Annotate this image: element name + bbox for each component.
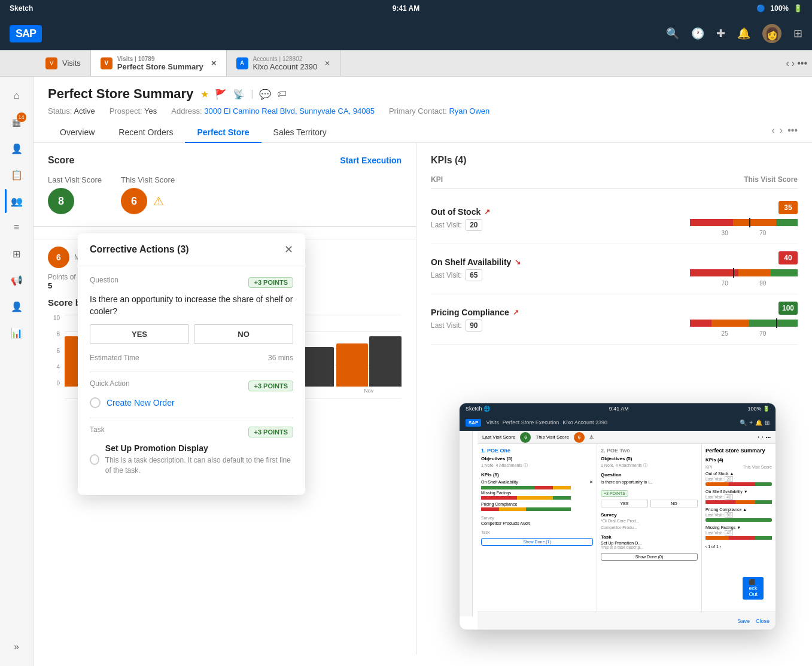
sidebar-item-person-add[interactable]: 👤 — [5, 294, 29, 318]
yes-button[interactable]: YES — [90, 324, 189, 344]
search-icon[interactable]: 🔍 — [666, 27, 679, 40]
check-out-button[interactable]: ⬛ eck Out — [743, 577, 764, 600]
tab-perfect-store[interactable]: V Visits | 10789 Perfect Store Summary ✕ — [91, 50, 227, 76]
tab-account-close[interactable]: ✕ — [324, 59, 330, 68]
create-order-link[interactable]: Create New Order — [107, 398, 175, 407]
overlay-competitor2: Competitor Produ... — [601, 525, 698, 530]
tab-more[interactable]: ••• — [797, 58, 807, 69]
tab-sales-territory[interactable]: Sales Territory — [261, 123, 339, 143]
tab-recent-orders[interactable]: Recent Orders — [107, 123, 185, 143]
overlay-show-done2[interactable]: Show Done (0) — [601, 553, 698, 561]
overlay-task: Task — [481, 530, 593, 534]
tab-visits[interactable]: V Visits — [36, 50, 91, 76]
tab-account[interactable]: A Accounts | 128802 Kixo Account 2390 ✕ — [227, 50, 341, 76]
sidebar-item-megaphone[interactable]: 📢 — [5, 268, 29, 292]
overlay-kpis-title: KPIs (5) — [481, 472, 593, 478]
sidebar-item-contacts[interactable]: 👥 — [5, 189, 29, 213]
chart-y-axis: 10 8 6 4 0 — [48, 315, 62, 387]
no-button[interactable]: NO — [194, 324, 293, 344]
quick-action-radio[interactable] — [90, 397, 101, 408]
modal-close-button[interactable]: ✕ — [284, 243, 293, 256]
overlay-store-summary-title: Perfect Store Summary — [705, 448, 772, 454]
overlay-obj-detail: 1 Note, 4 Attachments ⓘ — [481, 463, 593, 469]
overlay-header: SAP Visits Perfect Store Execution Kixo … — [460, 414, 775, 431]
bar-orange-oos — [733, 219, 776, 226]
warning-icon: ⚠ — [153, 194, 164, 208]
overlay-promo-task: Set Up Promotion D... — [601, 541, 698, 545]
tab-overview[interactable]: Overview — [48, 123, 107, 143]
overlay-show-done[interactable]: Show Done (1) — [481, 538, 593, 546]
chart-bar-dark-5 — [369, 336, 402, 387]
tab-account-icon: A — [236, 57, 248, 69]
status-label: Status: — [48, 107, 74, 115]
address-value[interactable]: 3000 El Camino Real Blvd, Sunnyvale CA, … — [204, 107, 375, 115]
kpi-row-osa: On Shelf Availability ↘ Last Visit: 65 4… — [431, 244, 798, 294]
overlay-status-bar: Sketch 🌐 9:41 AM 100% 🔋 — [460, 403, 775, 414]
sidebar-item-calendar[interactable]: ▦ 14 — [5, 110, 29, 134]
avatar[interactable]: 👩 — [762, 24, 781, 43]
kpi-name-osa: On Shelf Availability ↘ — [431, 257, 678, 267]
sidebar-item-hierarchy[interactable]: ⊞ — [5, 242, 29, 266]
overlay-kpi-mf: Missing Facings — [481, 491, 593, 495]
page-title-actions: ★ 🚩 📡 | 💬 🏷 — [200, 89, 287, 100]
overlay-pagination: ‹ 1 of 1 › — [705, 545, 721, 549]
last-visit-circle: 8 — [48, 188, 74, 214]
overlay-save-btn[interactable]: Save — [737, 618, 750, 624]
flag-icon[interactable]: 🚩 — [215, 89, 227, 100]
overlay-task2: Task — [601, 534, 698, 540]
sidebar-item-clipboard[interactable]: 📋 — [5, 163, 29, 187]
sidebar: ⌂ ▦ 14 👤 📋 👥 ≡ ⊞ 📢 👤 📊 » — [0, 77, 34, 666]
overlay-oral-care: *Ol Oral Care Prod... — [601, 519, 698, 523]
quick-action-row[interactable]: Create New Order — [90, 397, 293, 408]
task-row[interactable]: Set Up Promotion Display This is a task … — [90, 443, 293, 476]
add-icon[interactable]: ✚ — [716, 27, 725, 40]
task-label: Task — [90, 425, 105, 434]
overlay-yes-btn[interactable]: YES — [601, 500, 648, 507]
sidebar-item-home[interactable]: ⌂ — [5, 84, 29, 108]
sidebar-item-people[interactable]: 👤 — [5, 136, 29, 160]
comment-icon[interactable]: 💬 — [259, 89, 271, 100]
page-title-row: Perfect Store Summary ★ 🚩 📡 | 💬 🏷 — [48, 86, 798, 102]
sidebar-item-orders[interactable]: ≡ — [5, 215, 29, 239]
page-tabs-more[interactable]: ••• — [787, 125, 798, 136]
sidebar-item-expand[interactable]: » — [5, 635, 29, 659]
tab-perfect-store-icon: V — [101, 57, 112, 69]
overlay-no-btn[interactable]: NO — [650, 500, 698, 507]
overlay-bar-osa — [481, 486, 571, 489]
tab-perfect-store-page[interactable]: Perfect Store — [185, 123, 261, 143]
tag-icon[interactable]: 🏷 — [277, 89, 287, 99]
page-nav-next[interactable]: › — [780, 125, 783, 136]
overlay-obj2-detail: 1 Note, 4 Attachments ⓘ — [601, 463, 698, 469]
overlay-kpi-pc: Pricing Compliance — [481, 502, 593, 506]
tab-nav-next[interactable]: › — [792, 58, 795, 69]
bar-green-pc — [749, 320, 798, 327]
kpi-last-val-osa: 65 — [466, 269, 482, 281]
bell-icon[interactable]: 🔔 — [737, 27, 750, 40]
modal-body: Question +3 POINTS Is there an opportuni… — [78, 266, 305, 495]
star-icon[interactable]: ★ — [200, 89, 209, 100]
this-visit-score: This Visit Score 6 ⚠ — [121, 175, 175, 214]
kpi-score-osa: 40 7090 — [678, 251, 798, 287]
overlay-bar-mf — [481, 496, 571, 500]
overlay-task-desc: This is a task descrip... — [601, 545, 698, 549]
page-nav-prev[interactable]: ‹ — [772, 125, 775, 136]
overlay-content: Last Visit Score 6 This Visit Score 6 ⚠ … — [460, 431, 775, 616]
task-radio[interactable] — [90, 454, 99, 465]
history-icon[interactable]: 🕐 — [691, 27, 704, 40]
grid-icon[interactable]: ⊞ — [793, 27, 802, 40]
bar-marker-osa — [733, 268, 734, 278]
contact-value[interactable]: Ryan Owen — [449, 107, 489, 115]
overlay-survey: Survey — [481, 516, 593, 520]
overlay-poe-1: 1. POE One — [481, 448, 593, 454]
start-execution-button[interactable]: Start Execution — [340, 156, 402, 165]
overlay-r-mf-lv: Last Visit: 40 — [705, 531, 772, 535]
tab-nav-prev[interactable]: ‹ — [786, 58, 789, 69]
share-icon[interactable]: 📡 — [233, 89, 245, 100]
overlay-close-btn[interactable]: Close — [756, 618, 770, 624]
overlay-obj2-title: Objectives (5) — [601, 456, 698, 461]
kpi-header: KPIs (4) — [431, 155, 798, 166]
score-section: Score Start Execution Last Visit Score 8… — [34, 143, 416, 227]
tab-perfect-store-close[interactable]: ✕ — [211, 59, 217, 68]
chart-bar-orange-5 — [336, 343, 369, 387]
sidebar-item-chart[interactable]: 📊 — [5, 321, 29, 345]
